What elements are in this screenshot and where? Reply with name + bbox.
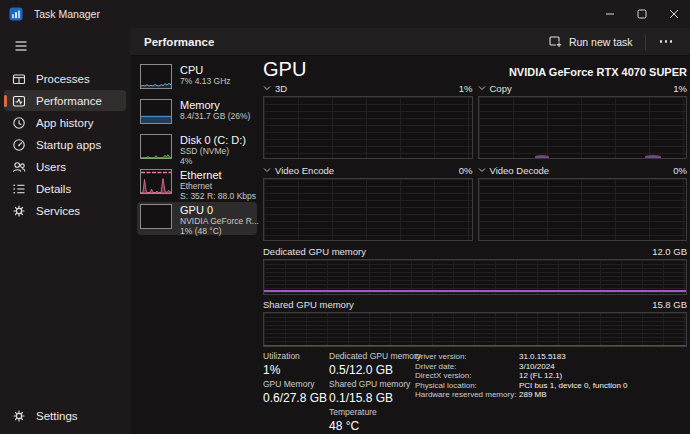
content-body: CPU 7% 4.13 GHz Memory 8.4/31.7 GB (26%) <box>130 56 690 434</box>
sidebar-spacer <box>0 222 130 405</box>
users-icon <box>12 160 26 174</box>
sidebar-item-label: App history <box>36 117 94 129</box>
chart-area-dedicated-memory <box>263 259 687 295</box>
sidebar-item-processes[interactable]: Processes <box>4 68 126 89</box>
detail-value: 3/10/2024 <box>519 362 555 372</box>
stat-label: Dedicated GPU memory <box>329 351 415 361</box>
stat-value: 0.1/15.8 GB <box>329 391 415 406</box>
settings-gear-icon <box>12 409 26 423</box>
copy-activity-bump <box>645 155 661 158</box>
window-title: Task Manager <box>34 8 100 20</box>
chevron-down-icon[interactable] <box>478 167 486 173</box>
chevron-down-icon[interactable] <box>263 85 271 91</box>
disk-mini-chart <box>140 134 172 159</box>
cpu-mini-chart <box>140 64 172 89</box>
metric-detail: S: 352 R: 88.0 Kbps <box>180 191 254 201</box>
more-options-button[interactable] <box>648 34 685 49</box>
chart-copy: Copy 1% <box>478 82 688 159</box>
gpu-mini-chart <box>140 204 172 229</box>
minimize-button[interactable] <box>594 0 626 28</box>
close-icon <box>669 9 679 19</box>
sidebar-item-startup-apps[interactable]: Startup apps <box>4 134 126 155</box>
chart-label: Dedicated GPU memory <box>263 246 366 257</box>
sidebar-item-details[interactable]: Details <box>4 178 126 199</box>
chart-label: Video Decode <box>490 165 550 176</box>
chevron-down-icon[interactable] <box>478 85 486 91</box>
sidebar-item-label: Performance <box>36 95 102 107</box>
chart-area-video-decode <box>478 178 688 241</box>
sidebar-item-label: Services <box>36 205 80 217</box>
sidebar-item-label: Startup apps <box>36 139 101 151</box>
chart-label: Video Encode <box>275 165 334 176</box>
metric-detail: 4% <box>180 156 246 166</box>
stat-label: GPU Memory <box>263 379 329 389</box>
sidebar-item-label: Processes <box>36 73 90 85</box>
metric-title: Disk 0 (C: D:) <box>180 134 246 146</box>
titlebar: Task Manager <box>0 0 690 28</box>
stat-value: 0.5/12.0 GB <box>329 363 415 378</box>
detail-value: 12 (FL 12.1) <box>519 371 562 381</box>
gpu-driver-details: Driver version:31.0.15.5183 Driver date:… <box>415 351 687 434</box>
metric-detail: 1% (48 °C) <box>180 226 254 236</box>
chart-value: 1% <box>459 83 473 94</box>
chevron-down-icon[interactable] <box>263 167 271 173</box>
run-new-task-label: Run new task <box>569 36 633 48</box>
minimize-icon <box>605 9 615 19</box>
sidebar-item-settings[interactable]: Settings <box>4 405 126 426</box>
header-divider <box>645 34 646 50</box>
sidebar-item-performance[interactable]: Performance <box>4 90 126 111</box>
performance-icon <box>12 94 26 108</box>
list-item-memory[interactable]: Memory 8.4/31.7 GB (26%) <box>137 97 257 130</box>
gpu-engine-charts: 3D 1% Copy 1% <box>263 82 687 241</box>
list-item-cpu[interactable]: CPU 7% 4.13 GHz <box>137 62 257 95</box>
shared-gpu-memory-chart: Shared GPU memory 15.8 GB <box>263 298 687 347</box>
close-button[interactable] <box>658 0 690 28</box>
metric-title: CPU <box>180 64 231 76</box>
sidebar-item-app-history[interactable]: App history <box>4 112 126 133</box>
detail-value: 289 MB <box>519 390 547 400</box>
new-task-icon <box>549 35 562 48</box>
chart-label: Shared GPU memory <box>263 299 354 310</box>
hamburger-icon <box>14 39 28 53</box>
metric-detail: NVIDIA GeForce R... <box>180 216 254 226</box>
detail-label: DirectX version: <box>415 371 519 381</box>
chart-value: 0% <box>673 165 687 176</box>
gpu-stats: Utilization 1% GPU Memory 0.6/27.8 GB De… <box>263 351 687 434</box>
sidebar-item-label: Users <box>36 161 66 173</box>
chart-max-value: 15.8 GB <box>652 299 687 310</box>
stat-value: 48 °C <box>329 419 415 434</box>
sidebar-item-label: Settings <box>36 410 78 422</box>
list-item-disk[interactable]: Disk 0 (C: D:) SSD (NVMe) 4% <box>137 132 257 165</box>
detail-label: Hardware reserved memory: <box>415 390 519 400</box>
shared-memory-usage-line <box>264 345 686 347</box>
app-history-icon <box>12 116 26 130</box>
run-new-task-button[interactable]: Run new task <box>539 31 643 52</box>
stat-value: 1% <box>263 363 329 378</box>
task-manager-logo <box>9 7 23 21</box>
chart-3d: 3D 1% <box>263 82 473 159</box>
chart-area-copy <box>478 96 688 159</box>
menu-toggle-button[interactable] <box>6 34 36 58</box>
main-content: Performance Run new task <box>130 28 690 434</box>
metric-title: GPU 0 <box>180 204 254 216</box>
window-controls <box>594 0 690 28</box>
sidebar-item-label: Details <box>36 183 71 195</box>
maximize-icon <box>637 9 647 19</box>
copy-activity-bump <box>535 155 549 158</box>
detail-label: Physical location: <box>415 381 519 391</box>
sidebar-item-users[interactable]: Users <box>4 156 126 177</box>
detail-value: 31.0.15.5183 <box>519 352 566 362</box>
services-icon <box>12 204 26 218</box>
gpu-device-name: NVIDIA GeForce RTX 4070 SUPER <box>509 66 687 78</box>
metric-title: Memory <box>180 99 250 111</box>
ethernet-mini-chart <box>140 169 172 194</box>
sidebar-item-services[interactable]: Services <box>4 200 126 221</box>
startup-apps-icon <box>12 138 26 152</box>
stat-label: Temperature <box>329 407 415 417</box>
maximize-button[interactable] <box>626 0 658 28</box>
list-item-gpu[interactable]: GPU 0 NVIDIA GeForce R... 1% (48 °C) <box>137 202 257 235</box>
sidebar: Processes Performance App history Startu… <box>0 28 130 434</box>
gpu-detail-panel: GPU NVIDIA GeForce RTX 4070 SUPER 3D 1% … <box>263 56 687 434</box>
list-item-ethernet[interactable]: Ethernet Ethernet S: 352 R: 88.0 Kbps <box>137 167 257 200</box>
metric-detail: Ethernet <box>180 181 254 191</box>
